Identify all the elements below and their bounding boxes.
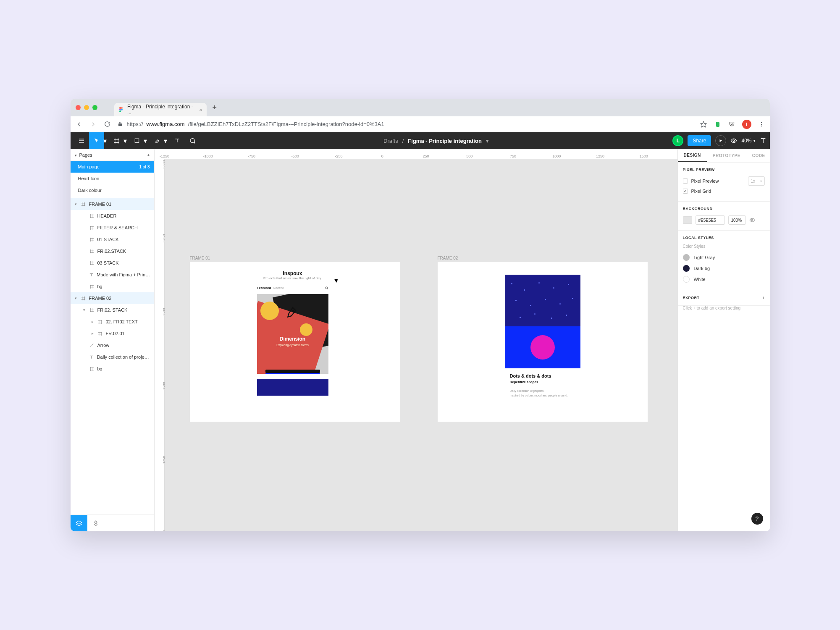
forward-button[interactable] (89, 120, 97, 129)
move-tool-dropdown[interactable]: ▾ (102, 137, 108, 145)
decorative-dot (559, 303, 561, 304)
page-row-heart[interactable]: Heart Icon (71, 173, 154, 184)
decorative-dot (524, 289, 525, 291)
document-menu-chevron-icon[interactable]: ▾ (486, 138, 489, 144)
layer-label: FRAME 01 (89, 202, 112, 207)
breadcrumb-root[interactable]: Drafts (383, 138, 398, 144)
minimize-window-icon[interactable] (84, 105, 89, 110)
present-button[interactable] (715, 135, 726, 146)
canvas-area[interactable]: -1250-1000-750-500-250025050075010001250… (155, 149, 677, 531)
lock-icon (118, 121, 123, 127)
background-opacity-input[interactable]: 100% (728, 215, 746, 225)
pages-caret-icon[interactable]: ▾ (75, 153, 77, 158)
layer-row[interactable]: ▸bg (71, 363, 154, 375)
add-export-button[interactable]: + (762, 295, 764, 300)
text-tool[interactable] (170, 132, 185, 149)
svg-rect-4 (119, 110, 121, 112)
layer-row[interactable]: ▸HEADER (71, 210, 154, 222)
window-controls[interactable] (76, 105, 97, 110)
layer-disclosure-icon[interactable]: ▸ (91, 331, 95, 336)
background-visibility-icon[interactable] (749, 217, 755, 223)
background-hex-input[interactable]: #E5E5E5 (696, 215, 725, 225)
star-icon[interactable] (699, 120, 708, 129)
hero-title: Dimension (257, 336, 328, 342)
layer-disclosure-icon[interactable]: ▾ (74, 202, 78, 206)
layer-row[interactable]: ▸Daily collection of project… (71, 351, 154, 363)
frame-a-label[interactable]: FRAME 01 (190, 256, 210, 260)
browser-tab[interactable]: Figma - Principle integration - ... × (114, 103, 207, 116)
decorative-dot (538, 282, 540, 284)
layer-disclosure-icon[interactable]: ▾ (82, 308, 87, 312)
layer-row[interactable]: ▾FR.02. STACK (71, 304, 154, 316)
svg-point-79 (292, 310, 294, 312)
export-hint: Click + to add an export setting (678, 306, 770, 315)
document-title[interactable]: Figma - Principle integration (408, 138, 482, 144)
layers-tab-icon[interactable] (71, 515, 87, 531)
page-row-dark[interactable]: Dark colour (71, 184, 154, 196)
pocket-extension-icon[interactable] (728, 120, 736, 129)
document-breadcrumb[interactable]: Drafts / Figma - Principle integration ▾ (200, 138, 673, 144)
back-button[interactable] (75, 120, 83, 129)
background-swatch[interactable] (683, 216, 692, 224)
style-light-gray[interactable]: Light Gray (683, 252, 765, 263)
shape-tool[interactable] (129, 132, 144, 149)
frame-tool-dropdown[interactable]: ▾ (123, 137, 128, 145)
assets-tab-icon[interactable] (87, 515, 104, 531)
layer-row[interactable]: ▸Made with Figma + Princi… (71, 269, 154, 281)
close-window-icon[interactable] (76, 105, 81, 110)
frame-b-label[interactable]: FRAME 02 (438, 256, 458, 260)
canvas[interactable]: FRAME 01 Inspoux Projects that never saw… (165, 159, 677, 531)
view-settings-button[interactable] (730, 137, 737, 144)
tab-design[interactable]: DESIGN (678, 149, 707, 162)
share-button[interactable]: Share (688, 135, 711, 146)
pen-tool[interactable] (150, 132, 165, 149)
layer-row[interactable]: ▸03 STACK (71, 257, 154, 269)
layer-disclosure-icon[interactable]: ▸ (91, 320, 95, 324)
frame-a[interactable]: Inspoux Projects that never saw the ligh… (190, 262, 400, 422)
comment-tool[interactable] (185, 132, 200, 149)
evernote-extension-icon[interactable] (714, 120, 722, 129)
browser-address-bar: https://www.figma.com/file/geLBZZIEh7TxD… (71, 116, 770, 132)
layer-row[interactable]: ▸FILTER & SEARCH (71, 222, 154, 234)
layer-row[interactable]: ▸FR.02.01 (71, 328, 154, 339)
layer-row[interactable]: ▾FRAME 02 (71, 292, 154, 304)
pixel-preview-checkbox[interactable] (683, 178, 688, 184)
browser-menu-icon[interactable] (757, 120, 766, 129)
layer-row[interactable]: ▸02. FR02 TEXT (71, 316, 154, 328)
layer-label: FR.02.01 (106, 331, 125, 336)
help-resources-button[interactable] (760, 137, 766, 144)
style-dark-bg[interactable]: Dark bg (683, 263, 765, 274)
background-heading: BACKGROUND (683, 207, 765, 211)
close-tab-icon[interactable]: × (199, 107, 202, 113)
layer-row[interactable]: ▸bg (71, 281, 154, 292)
move-tool[interactable] (89, 132, 104, 149)
pixel-preview-scale-select[interactable]: 1x▾ (748, 176, 765, 186)
zoom-control[interactable]: 40%▾ (741, 138, 755, 144)
pages-header[interactable]: ▾Pages + (71, 149, 154, 161)
maximize-window-icon[interactable] (92, 105, 97, 110)
presence-avatar[interactable]: L (672, 135, 683, 146)
layer-row[interactable]: ▸01 STACK (71, 234, 154, 245)
reload-button[interactable] (103, 120, 112, 129)
layer-row[interactable]: ▸FR.02.STACK (71, 245, 154, 257)
shape-tool-dropdown[interactable]: ▾ (143, 137, 148, 145)
page-row-main[interactable]: Main page 1 of 3 (71, 161, 154, 173)
layer-disclosure-icon[interactable]: ▾ (74, 296, 78, 300)
profile-avatar[interactable]: I (742, 120, 751, 129)
new-tab-button[interactable]: + (213, 103, 217, 112)
pixel-grid-checkbox[interactable]: ✓ (683, 189, 688, 194)
url-field[interactable]: https://www.figma.com/file/geLBZZIEh7TxD… (118, 121, 693, 127)
pen-tool-dropdown[interactable]: ▾ (163, 137, 168, 145)
style-white[interactable]: White (683, 274, 765, 285)
main-menu-button[interactable] (74, 132, 89, 149)
mock-subtitle: Projects that never saw the light of day… (257, 276, 328, 280)
frame-tool[interactable] (109, 132, 124, 149)
ruler-tick: 1250 (596, 154, 604, 158)
tab-code[interactable]: CODE (746, 149, 770, 162)
layer-row[interactable]: ▸Arrow (71, 339, 154, 351)
tab-prototype[interactable]: PROTOTYPE (707, 149, 746, 162)
frame-b[interactable]: Dots & dots & dots Repetitive shapes Dai… (438, 262, 648, 422)
layer-row[interactable]: ▾FRAME 01 (71, 198, 154, 210)
help-fab[interactable]: ? (751, 513, 763, 525)
add-page-button[interactable]: + (147, 152, 150, 158)
